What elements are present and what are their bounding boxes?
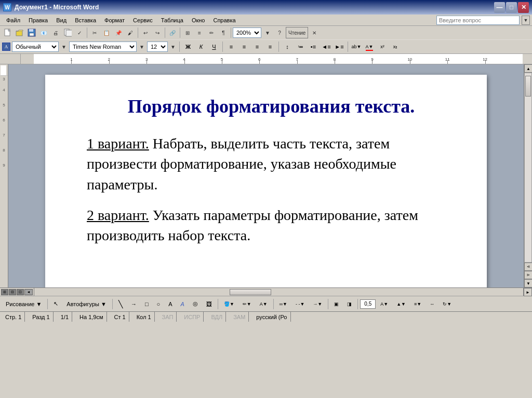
scroll-page-up-button[interactable]: ⊲	[524, 263, 532, 271]
line-color-picker[interactable]: A▼	[377, 298, 392, 310]
rect-tool[interactable]: □	[141, 298, 152, 310]
font-size-select[interactable]: 12	[147, 42, 168, 52]
font-color-button[interactable]: A▼	[364, 42, 375, 52]
align-center-button[interactable]: ≡	[238, 42, 250, 52]
align-justify-button[interactable]: ≡	[264, 42, 276, 52]
font-dropdown[interactable]: ▼	[138, 41, 145, 52]
cut-button[interactable]: ✂	[89, 27, 100, 38]
paragraph-style-select[interactable]: Обычный	[12, 42, 59, 52]
close-button[interactable]: ✕	[518, 2, 529, 13]
svg-rect-7	[66, 30, 72, 36]
menu-help[interactable]: Справка	[209, 15, 240, 25]
fill-color-tool[interactable]: 🪣▼	[220, 298, 238, 310]
draw-menu-button[interactable]: Рисование ▼	[2, 298, 45, 310]
help-search-input[interactable]	[436, 16, 520, 25]
page-icon-2[interactable]: ⊟	[9, 289, 16, 295]
align-right-button[interactable]: ≡	[251, 42, 263, 52]
3d-tool[interactable]: ◨	[343, 298, 355, 310]
drawing-button[interactable]: ✏	[206, 27, 217, 38]
horizontal-scroll-track[interactable]	[34, 288, 524, 296]
oval-tool[interactable]: ○	[153, 298, 164, 310]
diagram-tool[interactable]: ◎	[189, 298, 202, 310]
menu-tools[interactable]: Сервис	[129, 15, 157, 25]
spell-button[interactable]: ✓	[74, 27, 85, 38]
line-spacing-button[interactable]: ↕	[282, 42, 293, 52]
rotate-button[interactable]: ↻▼	[439, 298, 455, 310]
format-painter-button[interactable]: 🖌	[125, 27, 136, 38]
menu-window[interactable]: Окно	[188, 15, 209, 25]
arrow-style-tool[interactable]: →▼	[309, 298, 326, 310]
underline-button[interactable]: Ч	[208, 42, 220, 52]
horizontal-scroll-thumb[interactable]	[230, 289, 271, 295]
email-button[interactable]: 📧	[38, 27, 49, 38]
minimize-button[interactable]: —	[494, 2, 505, 13]
italic-button[interactable]: К	[195, 42, 207, 52]
document-page[interactable]: Порядок форматирования текста. 1 вариант…	[45, 75, 487, 287]
scroll-down-button[interactable]: ▼	[524, 279, 532, 287]
autoshapes-button[interactable]: Автофигуры ▼	[63, 298, 110, 310]
menu-edit[interactable]: Правка	[24, 15, 52, 25]
fill-color-picker[interactable]: ▲▼	[393, 298, 409, 310]
highlight-button[interactable]: ab▼	[351, 42, 362, 52]
line-color-tool[interactable]: ✏▼	[239, 298, 255, 310]
close-doc-button[interactable]: ✕	[309, 27, 320, 38]
page-icon-1[interactable]: ⊞	[1, 289, 8, 295]
clipart-tool[interactable]: 🖼	[203, 298, 216, 310]
zoom-dropdown[interactable]: ▼	[262, 27, 273, 38]
document-area[interactable]: Порядок форматирования текста. 1 вариант…	[8, 64, 524, 287]
numbering-button[interactable]: ≔	[295, 42, 306, 52]
align-left-button[interactable]: ≡	[225, 42, 237, 52]
menu-table[interactable]: Таблица	[157, 15, 188, 25]
line-width-input[interactable]	[360, 299, 376, 309]
hyperlink-button[interactable]: 🔗	[167, 27, 178, 38]
maximize-button[interactable]: □	[506, 2, 517, 13]
line-tool[interactable]: ╲	[115, 298, 126, 310]
scroll-page-down-button[interactable]: ⊳	[524, 271, 532, 279]
dash-picker[interactable]: ≡▼	[410, 298, 425, 310]
page-icon-4[interactable]: ◄	[24, 289, 33, 295]
menu-format[interactable]: Формат	[100, 15, 129, 25]
scroll-up-button[interactable]: ▲	[524, 64, 532, 73]
increase-indent-button[interactable]: ►≡	[334, 42, 345, 52]
scroll-right-button[interactable]: ►	[524, 288, 532, 296]
font-select[interactable]: Times New Roman	[69, 42, 137, 52]
arrow-tool[interactable]: →	[127, 298, 140, 310]
menu-view[interactable]: Вид	[52, 15, 71, 25]
redo-button[interactable]: ↪	[152, 27, 163, 38]
paste-button[interactable]: 📌	[113, 27, 124, 38]
menu-file[interactable]: Файл	[2, 15, 24, 25]
undo-button[interactable]: ↩	[140, 27, 151, 38]
print-button[interactable]: 🖨	[50, 27, 61, 38]
wordart-tool[interactable]: A	[177, 298, 188, 310]
copy-button[interactable]: 📋	[101, 27, 112, 38]
columns-button[interactable]: ≡	[194, 27, 205, 38]
size-dropdown[interactable]: ▼	[169, 41, 177, 52]
new-button[interactable]	[2, 27, 14, 38]
paragraph-marks-button[interactable]: ¶	[218, 27, 229, 38]
line-style-tool[interactable]: ═▼	[276, 298, 291, 310]
zoom-select[interactable]: 200%	[233, 28, 261, 38]
save-button[interactable]	[26, 27, 37, 38]
scroll-track-vertical[interactable]	[524, 73, 532, 263]
subscript-button[interactable]: x₂	[390, 42, 401, 52]
superscript-button[interactable]: x²	[377, 42, 388, 52]
read-mode-button[interactable]: Чтение	[286, 27, 308, 38]
scroll-thumb-vertical[interactable]	[525, 76, 531, 97]
page-icon-3[interactable]: ⊡	[17, 289, 24, 295]
textbox-tool[interactable]: A	[165, 298, 176, 310]
help-arrow-button[interactable]: ▼	[522, 16, 530, 25]
font-color-tool[interactable]: A▼	[256, 298, 271, 310]
shadow-tool[interactable]: ▣	[330, 298, 342, 310]
dash-style-tool[interactable]: - -▼	[292, 298, 308, 310]
decrease-indent-button[interactable]: ◄≡	[321, 42, 332, 52]
help-button[interactable]: ?	[274, 27, 285, 38]
preview-button[interactable]	[62, 27, 73, 38]
menu-insert[interactable]: Вставка	[71, 15, 100, 25]
cursor-button[interactable]: ↖	[50, 298, 62, 310]
bullets-button[interactable]: •≡	[308, 42, 319, 52]
table-button[interactable]: ⊞	[182, 27, 193, 38]
style-dropdown[interactable]: ▼	[60, 41, 68, 52]
align-draw-button[interactable]: ↔	[426, 298, 438, 310]
open-button[interactable]	[14, 27, 25, 38]
bold-button[interactable]: Ж	[182, 42, 194, 52]
